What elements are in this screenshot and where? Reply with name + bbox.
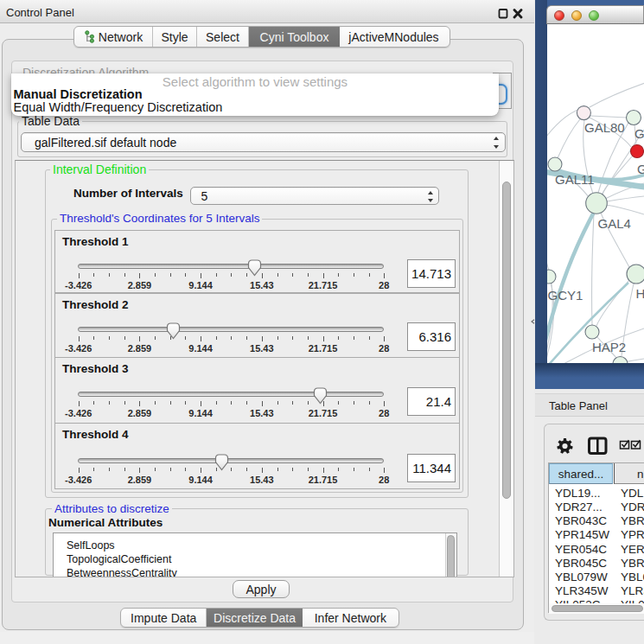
svg-text:GA: GA [634, 126, 644, 141]
svg-text:G: G [637, 162, 644, 176]
svg-text:HAP2: HAP2 [592, 340, 626, 354]
svg-text:GAL80: GAL80 [584, 120, 625, 135]
svg-text:GAL4: GAL4 [598, 216, 631, 231]
svg-text:GAL11: GAL11 [555, 172, 595, 187]
svg-text:H: H [636, 286, 644, 301]
svg-text:GCY1: GCY1 [548, 288, 583, 303]
